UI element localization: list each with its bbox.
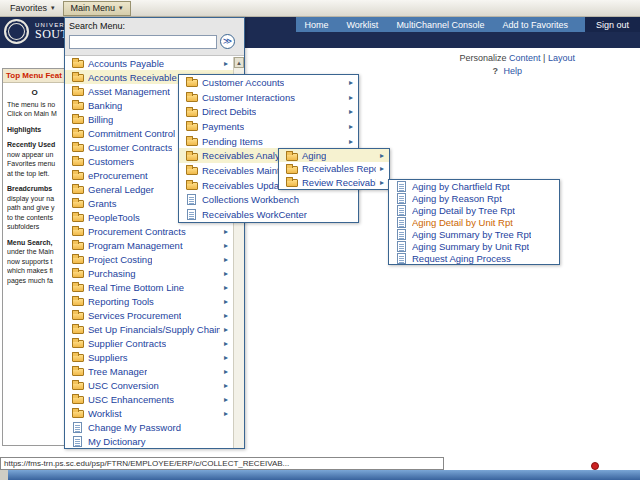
submenu-arrow-icon: ▸ (224, 227, 228, 236)
folder-icon (72, 368, 84, 376)
help-link[interactable]: Help (503, 66, 522, 76)
menu-item-set-up-financials-supply-chain[interactable]: Set Up Financials/Supply Chain ▸ (65, 322, 233, 336)
panel-line: Click on Main M (7, 109, 62, 119)
panel-text: OThe menu is noClick on Main MHighlights… (3, 83, 66, 289)
menu-item-change-my-password[interactable]: Change My Password ▸ (65, 420, 233, 434)
menu-search-area: Search Menu: ≫ (65, 18, 244, 56)
personalize-separator: | (543, 53, 545, 63)
favorites-menu-button[interactable]: Favorites ▾ (2, 1, 63, 16)
submenu-arrow-icon: ▸ (349, 93, 353, 102)
header-nav: HomeWorklistMultiChannel ConsoleAdd to F… (296, 17, 577, 32)
menu-item-project-costing[interactable]: Project Costing ▸ (65, 252, 233, 266)
menu-item-aging-summary-by-unit-rpt[interactable]: Aging Summary by Unit Rpt ▸ (389, 240, 559, 252)
folder-icon (72, 396, 84, 404)
top-menu-features-panel: Top Menu Feat OThe menu is noClick on Ma… (2, 68, 67, 446)
folder-icon (72, 186, 84, 194)
panel-line: Breadcrumbs (7, 184, 62, 194)
panel-line: to the contents (7, 213, 62, 223)
submenu-arrow-icon: ▸ (224, 353, 228, 362)
nav-link-add-to-favorites[interactable]: Add to Favorites (493, 20, 577, 30)
menu-item-collections-workbench[interactable]: Collections Workbench ▸ (179, 193, 358, 208)
menu-item-tree-manager[interactable]: Tree Manager ▸ (65, 364, 233, 378)
search-go-button[interactable]: ≫ (220, 34, 235, 49)
menu-item-aging-detail-by-unit-rpt[interactable]: Aging Detail by Unit Rpt ▸ (389, 216, 559, 228)
folder-icon (72, 298, 84, 306)
menu-item-receivables-reports[interactable]: Receivables Reports ▸ (279, 162, 389, 175)
folder-icon (72, 242, 84, 250)
personalize-content-link[interactable]: Content (509, 53, 541, 63)
panel-line: under the Main (7, 247, 62, 257)
menu-item-usc-enhancements[interactable]: USC Enhancements ▸ (65, 392, 233, 406)
menu-item-pending-items[interactable]: Pending Items ▸ (179, 134, 358, 149)
submenu-arrow-icon: ▸ (224, 269, 228, 278)
menu-item-supplier-contracts[interactable]: Supplier Contracts ▸ (65, 336, 233, 350)
menu-item-worklist[interactable]: Worklist ▸ (65, 406, 233, 420)
menu-item-reporting-tools[interactable]: Reporting Tools ▸ (65, 294, 233, 308)
folder-icon (186, 79, 198, 87)
menu-search-input[interactable] (69, 35, 217, 49)
menu-item-review-receivables-information[interactable]: Review Receivables Information ▸ (279, 176, 389, 189)
bottom-corner (0, 470, 8, 480)
folder-icon (286, 179, 298, 187)
personalize-layout-link[interactable]: Layout (548, 53, 575, 63)
nav-link-worklist[interactable]: Worklist (338, 20, 388, 30)
submenu-arrow-icon: ▸ (349, 107, 353, 116)
personalize-label: Personalize (460, 53, 507, 63)
folder-icon (186, 153, 198, 161)
scroll-up-icon[interactable]: ▲ (234, 57, 244, 68)
submenu-arrow-icon: ▸ (224, 283, 228, 292)
submenu-arrow-icon: ▸ (224, 59, 228, 68)
search-menu-label: Search Menu: (69, 21, 240, 31)
menu-item-aging-by-reason-rpt[interactable]: Aging by Reason Rpt ▸ (389, 192, 559, 204)
university-seal-icon (4, 19, 29, 44)
folder-icon (72, 200, 84, 208)
folder-icon (186, 109, 198, 117)
submenu-arrow-icon: ▸ (224, 395, 228, 404)
menu-item-payments[interactable]: Payments ▸ (179, 119, 358, 134)
sign-out-button[interactable]: Sign out (585, 17, 640, 32)
folder-icon (186, 94, 198, 102)
menu-item-program-management[interactable]: Program Management ▸ (65, 238, 233, 252)
menu-item-direct-debits[interactable]: Direct Debits ▸ (179, 104, 358, 119)
panel-title: Top Menu Feat (3, 69, 66, 83)
menu-item-real-time-bottom-line[interactable]: Real Time Bottom Line ▸ (65, 280, 233, 294)
menu-item-accounts-payable[interactable]: Accounts Payable ▸ (65, 56, 233, 70)
menu-item-customer-interactions[interactable]: Customer Interactions ▸ (179, 90, 358, 105)
menu-item-procurement-contracts[interactable]: Procurement Contracts ▸ (65, 224, 233, 238)
folder-icon (186, 123, 198, 131)
folder-icon (72, 60, 84, 68)
nav-link-home[interactable]: Home (296, 20, 338, 30)
folder-icon (72, 228, 84, 236)
menu-item-aging-detail-by-tree-rpt[interactable]: Aging Detail by Tree Rpt ▸ (389, 204, 559, 216)
menu-item-request-aging-process[interactable]: Request Aging Process ▸ (389, 252, 559, 264)
menu-item-aging[interactable]: Aging ▸ (279, 149, 389, 162)
nav-link-multichannel-console[interactable]: MultiChannel Console (387, 20, 493, 30)
menu-item-aging-summary-by-tree-rpt[interactable]: Aging Summary by Tree Rpt ▸ (389, 228, 559, 240)
menu-item-receivables-workcenter[interactable]: Receivables WorkCenter ▸ (179, 207, 358, 222)
page-icon (397, 229, 406, 240)
page-icon (187, 209, 196, 220)
folder-icon (72, 270, 84, 278)
personalize-bar: Personalize Content | Layout (460, 53, 575, 63)
favorites-menu-label: Favorites (10, 3, 47, 13)
menu-item-usc-conversion[interactable]: USC Conversion ▸ (65, 378, 233, 392)
record-indicator (591, 462, 599, 470)
page-icon (397, 253, 406, 264)
submenu-arrow-icon: ▸ (224, 381, 228, 390)
menu-item-my-dictionary[interactable]: My Dictionary ▸ (65, 434, 233, 448)
menu-item-services-procurement[interactable]: Services Procurement ▸ (65, 308, 233, 322)
page-icon (187, 194, 196, 205)
folder-icon (72, 312, 84, 320)
submenu-arrow-icon: ▸ (380, 151, 384, 160)
panel-line: at the top left. (7, 169, 62, 179)
panel-line: pages much fa (7, 276, 62, 286)
menu-item-suppliers[interactable]: Suppliers ▸ (65, 350, 233, 364)
menu-item-aging-by-chartfield-rpt[interactable]: Aging by Chartfield Rpt ▸ (389, 180, 559, 192)
folder-icon (72, 88, 84, 96)
page-icon (73, 436, 82, 447)
menu-item-purchasing[interactable]: Purchasing ▸ (65, 266, 233, 280)
panel-line: now appear un (7, 150, 62, 160)
menu-item-customer-accounts[interactable]: Customer Accounts ▸ (179, 75, 358, 90)
submenu-arrow-icon: ▸ (224, 409, 228, 418)
main-menu-button[interactable]: Main Menu ▾ (63, 1, 131, 16)
